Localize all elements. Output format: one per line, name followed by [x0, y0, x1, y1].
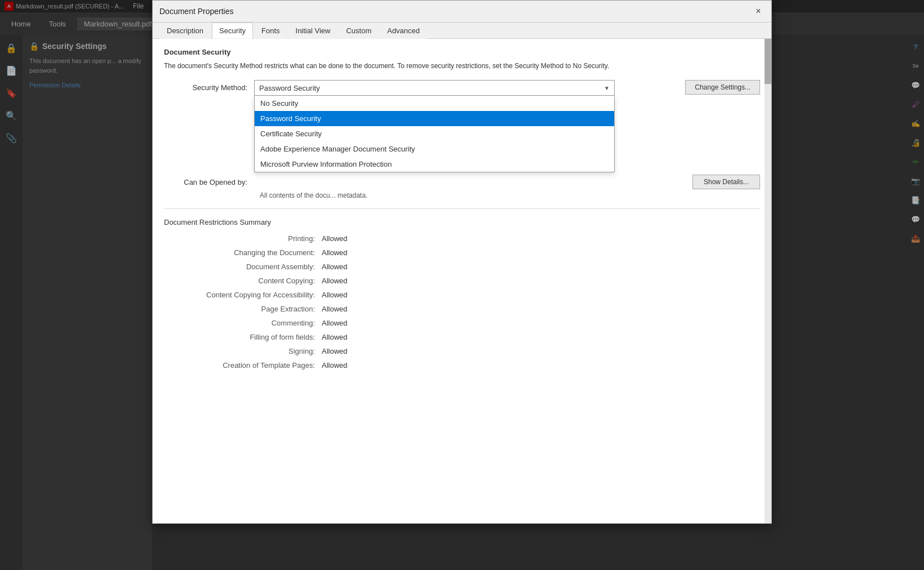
divider: [164, 208, 760, 209]
tab-description[interactable]: Description: [159, 23, 211, 39]
can-be-opened-text: [254, 179, 686, 181]
modal-overlay: Document Properties × Description Securi…: [0, 0, 924, 570]
restriction-accessibility-label: Content Copying for Accessibility:: [164, 291, 322, 299]
restriction-printing: Printing: Allowed: [164, 234, 760, 243]
dialog-title: Document Properties: [159, 7, 234, 16]
tab-security[interactable]: Security: [212, 23, 253, 39]
restriction-page-extraction-value: Allowed: [322, 305, 348, 313]
dialog-body: Document Security The document's Securit…: [153, 39, 771, 523]
tab-advanced[interactable]: Advanced: [380, 23, 427, 39]
tab-fonts[interactable]: Fonts: [254, 23, 287, 39]
restriction-template-pages-value: Allowed: [322, 361, 348, 369]
dialog-scrollbar[interactable]: [765, 39, 771, 523]
dialog-tabs: Description Security Fonts Initial View …: [153, 23, 771, 39]
tab-initial-view[interactable]: Initial View: [288, 23, 338, 39]
security-method-dropdown-list: No Security Password Security Certificat…: [254, 96, 615, 172]
restriction-form-fields-label: Filling of form fields:: [164, 333, 322, 341]
restriction-printing-label: Printing:: [164, 234, 322, 243]
document-properties-dialog: Document Properties × Description Securi…: [152, 0, 772, 524]
restriction-content-copying-value: Allowed: [322, 277, 348, 285]
restriction-accessibility: Content Copying for Accessibility: Allow…: [164, 291, 760, 299]
dialog-titlebar: Document Properties ×: [153, 1, 771, 23]
restriction-assembly-label: Document Assembly:: [164, 262, 322, 271]
dropdown-item-adobe-security[interactable]: Adobe Experience Manager Document Securi…: [255, 141, 614, 157]
security-method-label: Security Method:: [164, 80, 254, 92]
restriction-content-copying: Content Copying: Allowed: [164, 277, 760, 285]
restriction-content-copying-label: Content Copying:: [164, 277, 322, 285]
restriction-signing: Signing: Allowed: [164, 347, 760, 355]
restriction-template-pages-label: Creation of Template Pages:: [164, 361, 322, 369]
can-be-opened-value: [254, 175, 686, 181]
dialog-close-button[interactable]: ×: [752, 5, 765, 17]
security-method-control: Password Security ▼ No Security Password…: [254, 80, 678, 96]
restriction-template-pages: Creation of Template Pages: Allowed: [164, 361, 760, 369]
restriction-assembly: Document Assembly: Allowed: [164, 262, 760, 271]
show-details-button[interactable]: Show Details...: [692, 175, 760, 189]
restriction-assembly-value: Allowed: [322, 262, 348, 271]
restriction-changing-label: Changing the Document:: [164, 248, 322, 257]
all-contents-text: All contents of the docu... metadata.: [260, 192, 760, 199]
change-settings-button[interactable]: Change Settings...: [685, 80, 760, 95]
restriction-commenting-value: Allowed: [322, 319, 348, 327]
dropdown-item-certificate-security[interactable]: Certificate Security: [255, 126, 614, 141]
dropdown-item-purview[interactable]: Microsoft Purview Information Protection: [255, 157, 614, 172]
dialog-action-buttons: Change Settings...: [685, 80, 760, 95]
restriction-accessibility-value: Allowed: [322, 291, 348, 299]
security-description: The document's Security Method restricts…: [164, 61, 760, 71]
tab-custom[interactable]: Custom: [339, 23, 379, 39]
security-method-select[interactable]: Password Security ▼: [254, 80, 615, 96]
restriction-changing-value: Allowed: [322, 248, 348, 257]
restriction-printing-value: Allowed: [322, 234, 348, 243]
restriction-form-fields: Filling of form fields: Allowed: [164, 333, 760, 341]
security-method-dropdown-wrapper: Password Security ▼ No Security Password…: [254, 80, 678, 96]
restriction-commenting-label: Commenting:: [164, 319, 322, 327]
restriction-signing-value: Allowed: [322, 347, 348, 355]
restriction-page-extraction: Page Extraction: Allowed: [164, 305, 760, 313]
security-method-row: Security Method: Password Security ▼ No …: [164, 80, 760, 96]
restriction-commenting: Commenting: Allowed: [164, 319, 760, 327]
dropdown-item-no-security[interactable]: No Security: [255, 96, 614, 111]
document-security-title: Document Security: [164, 48, 760, 56]
restriction-form-fields-value: Allowed: [322, 333, 348, 341]
restriction-signing-label: Signing:: [164, 347, 322, 355]
show-details-wrapper: Show Details...: [692, 175, 760, 189]
dropdown-selected-text: Password Security: [259, 84, 320, 92]
can-be-opened-row: Can be Opened by: Show Details...: [164, 175, 760, 189]
dialog-scrollbar-thumb[interactable]: [765, 39, 771, 84]
restriction-page-extraction-label: Page Extraction:: [164, 305, 322, 313]
restriction-changing: Changing the Document: Allowed: [164, 248, 760, 257]
dropdown-item-password-security[interactable]: Password Security: [255, 111, 614, 126]
restrictions-title: Document Restrictions Summary: [164, 218, 760, 226]
can-be-opened-label: Can be Opened by:: [164, 175, 254, 186]
dropdown-arrow-icon: ▼: [604, 85, 610, 91]
